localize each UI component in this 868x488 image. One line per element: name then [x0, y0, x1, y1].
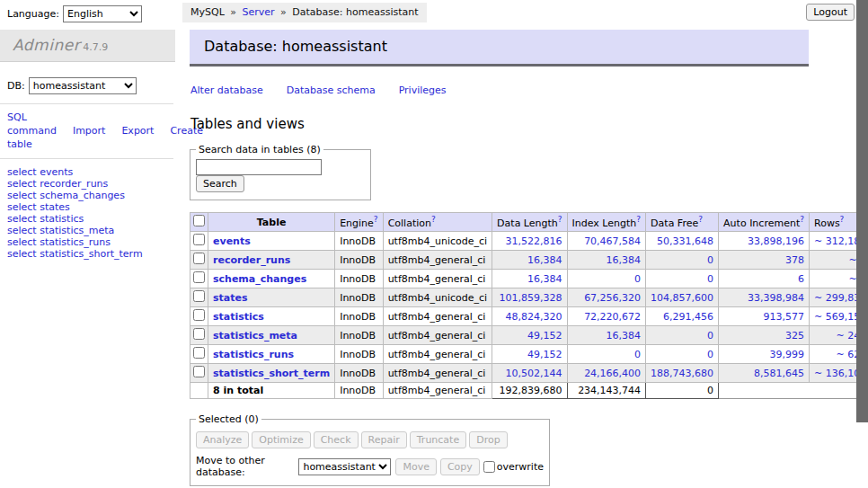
truncate-button[interactable]: Truncate [410, 431, 466, 448]
check-button[interactable]: Check [314, 431, 359, 448]
overwrite-checkbox[interactable] [483, 461, 495, 473]
sidebar-export-link[interactable]: Export [121, 125, 154, 137]
auto-increment-cell[interactable]: 6 [719, 270, 810, 288]
sidebar-select-link[interactable]: select statistics_runs [7, 236, 111, 248]
privileges-link[interactable]: Privileges [399, 84, 447, 96]
data-free-cell[interactable]: 6,291,456 [646, 307, 719, 326]
table-name-link[interactable]: events [213, 235, 251, 247]
breadcrumb-root[interactable]: MySQL [190, 6, 225, 18]
data-free-cell[interactable]: 104,857,600 [646, 288, 719, 307]
data-free-cell[interactable]: 188,743,680 [646, 364, 719, 383]
table-name-link[interactable]: states [213, 292, 248, 304]
data-free-cell[interactable]: 0 [646, 345, 719, 364]
sidebar-select-link[interactable]: select events [7, 166, 73, 178]
list-item: select recorder_runs [7, 178, 175, 190]
drop-button[interactable]: Drop [469, 431, 507, 448]
analyze-button[interactable]: Analyze [196, 431, 249, 448]
data-length-cell[interactable]: 16,384 [492, 251, 567, 270]
index-length-cell[interactable]: 24,166,400 [567, 364, 646, 383]
help-link-icon[interactable]: ? [374, 215, 378, 224]
total-label: 8 in total [208, 383, 335, 399]
index-length-cell[interactable]: 0 [567, 270, 646, 288]
sidebar-select-link[interactable]: select schema_changes [7, 190, 125, 201]
table-name-cell: statistics_meta [208, 326, 335, 345]
table-name-link[interactable]: recorder_runs [213, 254, 290, 266]
row-checkbox[interactable] [193, 290, 205, 302]
row-checkbox[interactable] [193, 234, 205, 245]
adminer-logo: Adminer4.7.9 [0, 30, 175, 62]
row-checkbox[interactable] [193, 347, 205, 359]
table-name-link[interactable]: statistics_meta [213, 330, 297, 342]
search-input[interactable] [196, 159, 322, 175]
help-link-icon[interactable]: ? [800, 215, 804, 224]
table-name-link[interactable]: statistics [213, 311, 264, 323]
index-length-cell[interactable]: 16,384 [567, 251, 646, 270]
sidebar-select-link[interactable]: select statistics_meta [7, 225, 114, 236]
sidebar: Language:English Adminer4.7.9 DB:homeass… [0, 0, 175, 260]
row-checkbox[interactable] [193, 253, 205, 264]
help-link-icon[interactable]: ? [558, 215, 562, 224]
move-button[interactable]: Move [395, 458, 437, 475]
optimize-button[interactable]: Optimize [252, 431, 310, 448]
auto-increment-cell[interactable]: 8,581,645 [719, 364, 810, 383]
search-fieldset: Search data in tables (8) Search [190, 144, 371, 200]
sidebar-import-link[interactable]: Import [73, 125, 106, 137]
index-length-cell[interactable]: 67,256,320 [567, 288, 646, 307]
help-link-icon[interactable]: ? [431, 215, 436, 224]
row-checkbox[interactable] [193, 328, 205, 340]
search-button[interactable]: Search [196, 175, 244, 192]
row-checkbox[interactable] [193, 309, 205, 321]
language-select[interactable]: English [63, 5, 142, 22]
data-length-cell[interactable]: 16,384 [492, 270, 567, 288]
data-length-cell[interactable]: 10,502,144 [492, 364, 567, 383]
data-free-cell[interactable]: 0 [646, 251, 719, 270]
index-length-cell[interactable]: 70,467,584 [567, 232, 646, 251]
adminer-logo-text[interactable]: Adminer [13, 36, 80, 54]
data-length-cell[interactable]: 48,824,320 [492, 307, 567, 326]
table-name-link[interactable]: statistics_short_term [213, 368, 330, 379]
move-label: Move to other database: [196, 455, 294, 478]
data-length-cell[interactable]: 101,859,328 [492, 288, 567, 307]
copy-button[interactable]: Copy [440, 458, 480, 475]
move-database-select[interactable]: homeassistant [298, 458, 391, 475]
sidebar-select-link[interactable]: select statistics [7, 213, 84, 225]
sidebar-select-link[interactable]: select recorder_runs [7, 178, 108, 190]
data-free-cell[interactable]: 0 [646, 326, 719, 345]
repair-button[interactable]: Repair [361, 431, 407, 448]
table-name-link[interactable]: schema_changes [213, 273, 306, 285]
column-header-table[interactable]: Table [208, 213, 335, 232]
help-link-icon[interactable]: ? [636, 215, 641, 224]
sidebar-select-link[interactable]: select states [7, 201, 70, 213]
auto-increment-cell[interactable]: 913,577 [719, 307, 810, 326]
table-row: statistics InnoDB utf8mb4_general_ci 48,… [190, 307, 868, 326]
help-link-icon[interactable]: ? [698, 215, 703, 224]
auto-increment-cell[interactable]: 33,398,984 [719, 288, 810, 307]
index-length-cell[interactable]: 72,220,672 [567, 307, 646, 326]
data-free-cell[interactable]: 50,331,648 [646, 232, 719, 251]
sidebar-sql-command-link[interactable]: SQL command [7, 111, 57, 137]
list-item: select schema_changes [7, 190, 175, 201]
auto-increment-cell[interactable]: 33,898,196 [719, 232, 810, 251]
auto-increment-cell[interactable]: 325 [719, 326, 810, 345]
alter-database-link[interactable]: Alter database [190, 84, 263, 96]
db-select[interactable]: homeassistant [29, 77, 137, 94]
row-checkbox[interactable] [193, 271, 205, 283]
data-length-cell[interactable]: 31,522,816 [492, 232, 567, 251]
scrollbar-thumb[interactable] [856, 0, 868, 422]
index-length-cell[interactable]: 16,384 [567, 326, 646, 345]
data-length-cell[interactable]: 49,152 [492, 326, 567, 345]
select-all-checkbox[interactable] [193, 215, 205, 226]
data-free-cell[interactable]: 0 [646, 270, 719, 288]
row-checkbox[interactable] [193, 366, 205, 377]
help-link-icon[interactable]: ? [840, 215, 845, 224]
index-length-cell[interactable]: 0 [567, 345, 646, 364]
auto-increment-cell[interactable]: 39,999 [719, 345, 810, 364]
data-length-cell[interactable]: 49,152 [492, 345, 567, 364]
breadcrumb-server-link[interactable]: Server [243, 6, 275, 18]
auto-increment-cell[interactable]: 378 [719, 251, 810, 270]
table-name-link[interactable]: statistics_runs [213, 349, 294, 360]
database-schema-link[interactable]: Database schema [287, 84, 376, 96]
logout-button[interactable]: Logout [806, 4, 855, 21]
vertical-scrollbar[interactable] [856, 0, 868, 488]
sidebar-select-link[interactable]: select statistics_short_term [7, 248, 143, 260]
